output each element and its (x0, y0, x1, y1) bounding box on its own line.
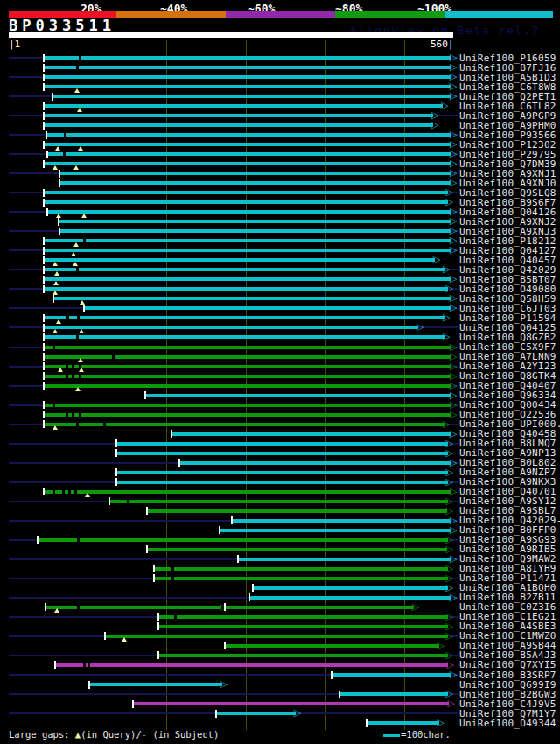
segment-start-tick (158, 613, 159, 621)
alignment-bar[interactable] (44, 191, 448, 194)
subject-label[interactable]: UniRef100_C6T8W8 (459, 82, 556, 92)
alignment-bar[interactable] (44, 162, 452, 165)
alignment-bar[interactable] (44, 335, 444, 339)
alignment-bar[interactable] (44, 375, 452, 378)
alignment-bar[interactable] (44, 355, 452, 359)
subject-label[interactable]: UniRef100_A5B1D3 (459, 73, 556, 82)
subject-label[interactable]: UniRef100_Q7M1Y7 (459, 709, 556, 719)
alignment-bar[interactable] (44, 56, 452, 60)
segment-start-tick (43, 353, 45, 361)
segment-start-tick (146, 507, 148, 515)
alignment-bar[interactable] (44, 104, 443, 108)
alignment-bar[interactable] (44, 326, 418, 329)
alignment-bar[interactable] (44, 143, 452, 146)
alignment-bar[interactable] (249, 596, 452, 600)
alignment-bar[interactable] (47, 210, 452, 214)
subject-label[interactable]: UniRef100_Q2PET1 (459, 92, 556, 102)
alignment-bar[interactable] (47, 152, 452, 156)
alignment-bar[interactable] (53, 297, 452, 300)
alignment-bar[interactable] (216, 712, 296, 715)
alignment-bar[interactable] (179, 461, 452, 465)
alignment-bar[interactable] (225, 606, 414, 609)
subject-label[interactable]: UniRef100_P16059 (459, 53, 556, 63)
alignment-bar[interactable] (340, 692, 448, 696)
subject-label[interactable]: UniRef100_C6TL82 (459, 102, 556, 111)
alignment-bar[interactable] (220, 529, 452, 532)
subject-label[interactable]: UniRef100_O49344 (459, 719, 556, 728)
alignment-bar[interactable] (116, 481, 448, 484)
alignment-bar[interactable] (158, 654, 448, 657)
alignment-bar[interactable] (367, 721, 438, 725)
alignment-bar[interactable] (44, 249, 452, 252)
segment-start-tick (43, 74, 45, 81)
alignment-bar[interactable] (44, 114, 434, 117)
subject-label[interactable]: UniRef100_P93566 (459, 130, 556, 140)
alignment-bar[interactable] (44, 287, 448, 291)
subject-label[interactable]: UniRef100_Q7XYI5 (459, 660, 556, 670)
alignment-bar[interactable] (46, 133, 452, 137)
alignment-bar[interactable] (147, 509, 447, 513)
alignment-bar[interactable] (44, 268, 444, 271)
alignment-bar[interactable] (44, 404, 452, 407)
arrowhead-icon: ▷ (438, 641, 444, 650)
arrowhead-icon: ▷ (446, 631, 453, 641)
alignment-bar[interactable] (116, 442, 448, 446)
alignment-bar[interactable] (172, 432, 452, 436)
subject-label[interactable]: UniRef100_B2BGW3 (459, 690, 556, 699)
alignment-bar[interactable] (145, 394, 452, 397)
subject-label[interactable]: UniRef100_C4J9V5 (459, 699, 556, 709)
arrowhead-icon: ▷ (450, 342, 457, 352)
alignment-bar[interactable] (158, 615, 448, 619)
alignment-bar[interactable] (44, 365, 452, 368)
alignment-bar[interactable] (60, 172, 452, 175)
subject-label[interactable]: UniRef100_B3SRP7 (459, 670, 556, 680)
subject-gap-marker (66, 316, 69, 319)
alignment-bar[interactable] (60, 229, 452, 233)
alignment-bar[interactable] (55, 663, 448, 667)
alignment-bar[interactable] (38, 538, 448, 542)
alignment-bar[interactable] (225, 644, 439, 648)
alignment-bar[interactable] (154, 567, 448, 571)
subject-label[interactable]: UniRef100_Q699I9 (459, 680, 556, 690)
alignment-bar[interactable] (60, 181, 452, 185)
alignment-bar[interactable] (44, 490, 452, 494)
alignment-bar[interactable] (116, 471, 448, 474)
alignment-bar[interactable] (154, 577, 448, 580)
alignment-bar[interactable] (253, 586, 448, 590)
subject-label[interactable]: UniRef100_P12302 (459, 140, 556, 150)
subject-label[interactable]: UniRef100_A9PHM0 (459, 121, 556, 130)
alignment-bar[interactable] (59, 220, 452, 223)
alignment-bar[interactable] (44, 200, 448, 204)
segment-start-tick (43, 64, 45, 72)
alignment-bar[interactable] (238, 558, 452, 561)
segment-start-tick (52, 295, 54, 303)
alignment-bar[interactable] (44, 75, 452, 79)
alignment-bar[interactable] (105, 635, 448, 638)
subject-gap-marker (72, 413, 74, 417)
alignment-bar[interactable] (44, 85, 452, 88)
alignment-bar[interactable] (133, 702, 449, 705)
alignment-bar[interactable] (44, 316, 444, 319)
alignment-bar[interactable] (44, 66, 452, 69)
alignment-bar[interactable] (109, 500, 448, 503)
subject-label[interactable]: UniRef100_B7FJ16 (459, 63, 556, 73)
alignment-bar[interactable] (44, 384, 452, 388)
alignment-bar[interactable] (89, 683, 221, 686)
subject-gap-marker (103, 423, 106, 426)
subject-gap-marker (66, 375, 68, 378)
subject-label[interactable]: UniRef100_A9PGP9 (459, 111, 556, 121)
alignment-bar[interactable] (332, 673, 452, 677)
alignment-bar[interactable] (44, 413, 452, 417)
alignment-bar[interactable] (44, 123, 434, 127)
alignment-bar[interactable] (46, 606, 222, 609)
alignment-bar[interactable] (52, 95, 452, 98)
alignment-bar[interactable] (44, 239, 452, 242)
alignment-bar[interactable] (84, 306, 452, 310)
alignment-bar[interactable] (116, 452, 448, 455)
alignment-bar[interactable] (44, 346, 452, 349)
alignment-bar[interactable] (44, 258, 435, 262)
alignment-bar[interactable] (147, 548, 447, 551)
alignment-bar[interactable] (232, 519, 452, 523)
alignment-bar[interactable] (158, 625, 448, 628)
alignment-bar[interactable] (44, 277, 452, 281)
